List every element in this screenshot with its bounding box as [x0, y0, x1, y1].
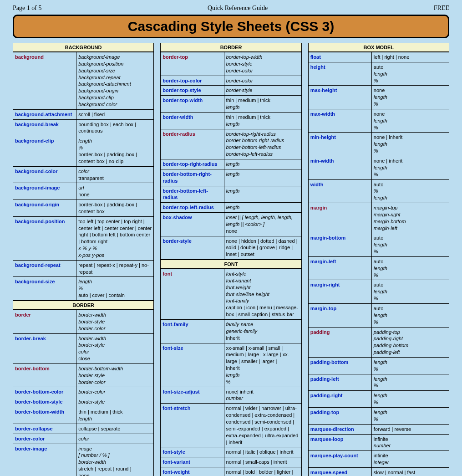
table-row: border-top-widththin | medium | thicklen…: [161, 96, 301, 113]
value-line: background-repeat: [78, 75, 120, 80]
value-line: family-name: [226, 322, 254, 327]
property-name: padding-right: [308, 391, 371, 408]
table-row: marquee-loopinfinitenumber: [308, 434, 449, 451]
price-label: FREE: [434, 5, 449, 12]
value-line: bounding-box | each-box | continuous: [78, 122, 136, 134]
property-value: length%: [371, 407, 449, 424]
table-row: margin-bottomautolength%: [308, 233, 449, 257]
table-row: border-bottom-left-radiuslength: [161, 186, 301, 203]
property-value: border-box | padding-box | content-box: [76, 200, 154, 217]
table-row: background-repeatrepeat | repeat-x | rep…: [13, 260, 154, 277]
property-name: font-variant: [161, 457, 224, 467]
property-name: marquee-speed: [308, 467, 371, 476]
table-row: border-top-right-radiuslength: [161, 159, 301, 169]
table-row: background-colorcolortransparent: [13, 166, 154, 183]
property-value: none | inheritlength%: [371, 133, 449, 156]
value-line: slow | normal | fast: [374, 470, 415, 475]
property-value: border-bottom-widthborder-styleborder-co…: [76, 363, 154, 387]
value-line: auto: [374, 182, 383, 187]
property-value: border-style: [224, 86, 301, 96]
property-value: normal | italic | oblique | inherit: [224, 447, 301, 457]
value-line: length: [374, 71, 387, 77]
property-value: image[ number / % ]border-widthstretch |…: [76, 444, 154, 476]
value-line: none| inherit: [226, 389, 254, 394]
property-value: inset || [ length, length, length, lengt…: [224, 213, 301, 236]
page-header: Page 1 of 5 Quick Reference Guide FREE: [13, 5, 449, 12]
property-name: box-shadow: [161, 213, 224, 236]
property-name: marquee-direction: [308, 424, 371, 434]
value-line: padding-bottom: [374, 343, 408, 348]
property-name: background-attachment: [13, 109, 76, 119]
value-line: %: [374, 319, 378, 325]
value-line: border-bottom-width: [78, 366, 123, 371]
column-2: BOX MODELfloatleft | right | noneheighta…: [308, 43, 449, 476]
property-table: backgroundbackground-imagebackground-pos…: [13, 52, 154, 301]
value-line: font-family: [226, 298, 249, 303]
property-value: color: [76, 434, 154, 444]
value-line: stretch | repeat | round ]: [78, 466, 131, 471]
value-line: integer: [374, 460, 389, 465]
property-name: border-bottom-style: [13, 397, 76, 407]
property-value: length: [224, 203, 301, 213]
value-line: inherit: [226, 335, 240, 341]
value-line: none | inherit: [374, 134, 402, 140]
value-line: [ number / % ]: [78, 452, 109, 458]
value-line: border-bottom-left-radius: [226, 144, 281, 150]
property-name: background-position: [13, 216, 76, 260]
property-value: length: [224, 159, 301, 169]
property-name: font-weight: [161, 467, 224, 476]
table-row: padding-rightlength%: [308, 391, 449, 408]
table-row: padding-toplength%: [308, 407, 449, 424]
property-value: slow | normal | fast: [371, 467, 449, 476]
property-value: scroll | fixed: [76, 109, 154, 119]
value-line: thin | medium | thick: [226, 97, 270, 103]
property-value: length%: [371, 391, 449, 408]
table-row: border-collapsecollapse | separate: [13, 424, 154, 434]
value-line: length: [78, 138, 92, 143]
property-name: font-stretch: [161, 404, 224, 447]
property-value: infiniteinteger: [371, 451, 449, 468]
value-line: left | right | none: [374, 54, 409, 60]
value-line: length: [374, 409, 387, 415]
property-name: float: [308, 52, 371, 62]
value-line: %: [374, 416, 378, 422]
value-line: border-style: [226, 87, 253, 93]
property-value: thin | medium | thicklength: [224, 112, 301, 129]
table-row: border-bottom-right-radiuslength: [161, 169, 301, 186]
property-name: background-origin: [13, 200, 76, 217]
property-value: collapse | separate: [76, 424, 154, 434]
value-line: transparent: [78, 175, 104, 181]
property-value: thin | medium | thicklength: [224, 96, 301, 113]
value-line: %: [374, 172, 378, 177]
value-line: top left | top center | top right | cent…: [78, 219, 152, 245]
value-line: border-style: [78, 373, 105, 378]
property-value: nonelength%: [371, 109, 449, 133]
value-line: auto: [374, 235, 383, 241]
value-line: length: [226, 205, 240, 210]
table-row: min-widthnone | inheritlength%: [308, 156, 449, 179]
value-line: background-position: [78, 61, 123, 67]
table-row: font-familyfamily-namegeneric-familyinhe…: [161, 320, 301, 343]
table-row: background-sizelength%auto | cover | con…: [13, 277, 154, 301]
property-value: background-imagebackground-positionbackg…: [76, 52, 154, 110]
value-line: length: [374, 266, 387, 271]
property-value: infinitenumber: [371, 434, 449, 451]
value-line: collapse | separate: [78, 426, 120, 431]
property-name: border-top: [161, 52, 224, 76]
value-line: inherit: [226, 365, 240, 371]
property-name: padding: [308, 327, 371, 357]
value-line: forward | reverse: [374, 426, 411, 432]
table-row: floatleft | right | none: [308, 52, 449, 62]
value-line: border-style: [78, 399, 105, 404]
property-name: background-clip: [13, 136, 76, 166]
table-row: max-widthnonelength%: [308, 109, 449, 133]
value-line: length: [226, 104, 240, 110]
property-value: border-color: [76, 387, 154, 397]
value-line: %: [226, 379, 231, 384]
table-row: border-imageimage[ number / % ]border-wi…: [13, 444, 154, 476]
value-line: x-% y-%: [78, 246, 97, 251]
table-row: marginmargin-topmargin-rightmargin-botto…: [308, 203, 449, 233]
table-row: font-stylenormal | italic | oblique | in…: [161, 447, 301, 457]
property-name: max-width: [308, 109, 371, 133]
property-name: padding-left: [308, 374, 371, 391]
